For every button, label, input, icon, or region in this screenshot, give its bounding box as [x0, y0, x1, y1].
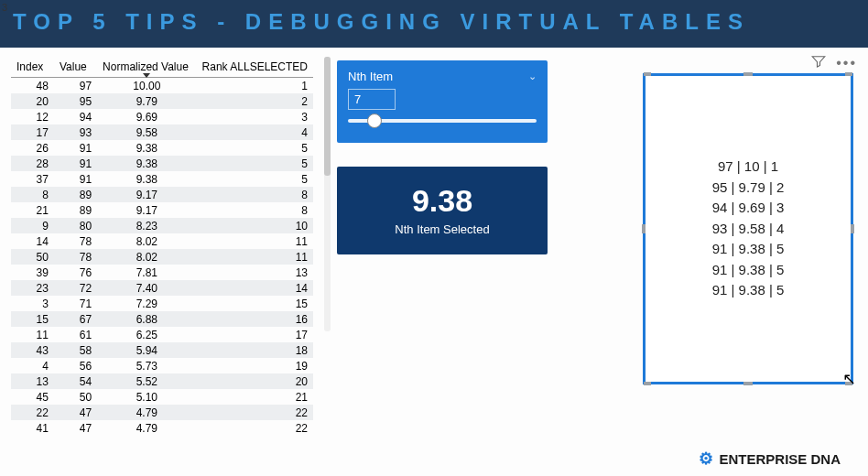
table-cell: 8 — [11, 187, 54, 202]
table-cell: 91 — [54, 156, 97, 171]
table-cell: 97 — [54, 78, 97, 94]
nth-item-card[interactable]: 9.38 Nth Item Selected — [337, 167, 548, 254]
table-row[interactable]: 50788.0211 — [11, 249, 313, 265]
table-row[interactable]: 26919.385 — [11, 140, 313, 156]
table-row[interactable]: 43585.9418 — [11, 342, 313, 358]
concat-line: 91 | 9.38 | 5 — [712, 239, 785, 260]
table-cell: 9.69 — [97, 109, 197, 124]
logo-text-1: ENTERPRISE — [719, 451, 807, 467]
dna-icon: ⚙ — [699, 449, 713, 469]
concat-line: 91 | 9.38 | 5 — [712, 280, 785, 301]
table-cell: 3 — [11, 296, 54, 311]
col-header[interactable]: Index — [11, 57, 54, 78]
table-row[interactable]: 22474.7922 — [11, 405, 313, 420]
table-row[interactable]: 39767.8113 — [11, 265, 313, 280]
table-cell: 14 — [11, 233, 54, 249]
concat-line: 95 | 9.79 | 2 — [712, 178, 785, 199]
table-cell: 8.02 — [97, 249, 197, 265]
table-cell: 7.40 — [97, 280, 197, 296]
table-cell: 20 — [197, 373, 313, 389]
table-cell: 9.58 — [97, 124, 197, 140]
table-row[interactable]: 15676.8816 — [11, 311, 313, 327]
table-row[interactable]: 4565.7319 — [11, 358, 313, 373]
table-cell: 10 — [197, 218, 313, 233]
table-cell: 56 — [54, 358, 97, 373]
table-cell: 28 — [11, 156, 54, 171]
table-row[interactable]: 21899.178 — [11, 202, 313, 218]
table-cell: 9.17 — [97, 187, 197, 202]
concat-line: 97 | 10 | 1 — [712, 157, 785, 178]
table-cell: 9 — [11, 218, 54, 233]
scrollbar-thumb[interactable] — [324, 57, 331, 176]
nth-item-slicer[interactable]: Nth Item ⌄ — [337, 60, 548, 143]
table-cell: 22 — [11, 405, 54, 420]
table-cell: 91 — [54, 140, 97, 156]
table-cell: 7.81 — [97, 265, 197, 280]
concat-line: 91 | 9.38 | 5 — [712, 260, 785, 281]
table-cell: 45 — [11, 389, 54, 405]
table-row[interactable]: 8899.178 — [11, 187, 313, 202]
concat-line: 94 | 9.69 | 3 — [712, 198, 785, 219]
concat-visual[interactable]: 97 | 10 | 195 | 9.79 | 294 | 9.69 | 393 … — [643, 73, 853, 384]
table-row[interactable]: 489710.001 — [11, 78, 313, 94]
slicer-value-input[interactable] — [348, 89, 396, 110]
table-row[interactable]: 41474.7922 — [11, 420, 313, 436]
slider-thumb[interactable] — [367, 114, 382, 128]
table-cell: 78 — [54, 233, 97, 249]
card-value: 9.38 — [346, 183, 538, 219]
table-cell: 61 — [54, 327, 97, 342]
table-row[interactable]: 45505.1021 — [11, 389, 313, 405]
resize-handle-left[interactable] — [642, 224, 646, 233]
table-row[interactable]: 17939.584 — [11, 124, 313, 140]
resize-handle-tl[interactable] — [644, 72, 651, 76]
table-scrollbar[interactable] — [324, 57, 331, 331]
table-cell: 12 — [11, 109, 54, 124]
table-cell: 5.10 — [97, 389, 197, 405]
table-row[interactable]: 9808.2310 — [11, 218, 313, 233]
table-row[interactable]: 11616.2517 — [11, 327, 313, 342]
col-header[interactable]: Normalized Value — [97, 57, 197, 78]
resize-handle-tr[interactable] — [845, 72, 852, 76]
table-row[interactable]: 28919.385 — [11, 156, 313, 171]
table-row[interactable]: 13545.5220 — [11, 373, 313, 389]
table-row[interactable]: 3717.2915 — [11, 296, 313, 311]
table-row[interactable]: 20959.792 — [11, 93, 313, 109]
resize-handle-right[interactable] — [851, 224, 854, 233]
resize-handle-bl[interactable] — [644, 382, 651, 385]
table-row[interactable]: 23727.4014 — [11, 280, 313, 296]
table-cell: 22 — [197, 405, 313, 420]
col-header[interactable]: Rank ALLSELECTED — [197, 57, 313, 78]
table-cell: 5.52 — [97, 373, 197, 389]
col-header[interactable]: Value — [54, 57, 97, 78]
chevron-down-icon[interactable]: ⌄ — [528, 70, 537, 82]
table-row[interactable]: 14788.0211 — [11, 233, 313, 249]
table-cell: 80 — [54, 218, 97, 233]
table-cell: 76 — [54, 265, 97, 280]
table-cell: 3 — [197, 109, 313, 124]
table-cell: 78 — [54, 249, 97, 265]
table-cell: 93 — [54, 124, 97, 140]
table-cell: 50 — [11, 249, 54, 265]
table-cell: 1 — [197, 78, 313, 94]
resize-handle-top[interactable] — [743, 72, 753, 76]
concat-text: 97 | 10 | 195 | 9.79 | 294 | 9.69 | 393 … — [712, 157, 785, 301]
table-cell: 89 — [54, 187, 97, 202]
resize-handle-bottom[interactable] — [743, 382, 753, 385]
table-cell: 47 — [54, 405, 97, 420]
table-cell: 22 — [197, 420, 313, 436]
table-cell: 26 — [11, 140, 54, 156]
table-cell: 17 — [11, 124, 54, 140]
table-cell: 89 — [54, 202, 97, 218]
table-cell: 43 — [11, 342, 54, 358]
cursor-icon: ↖ — [842, 369, 856, 389]
table-cell: 5.73 — [97, 358, 197, 373]
table-cell: 94 — [54, 109, 97, 124]
data-table[interactable]: IndexValueNormalized ValueRank ALLSELECT… — [11, 57, 313, 476]
table-row[interactable]: 12949.693 — [11, 109, 313, 124]
table-cell: 14 — [197, 280, 313, 296]
table-cell: 15 — [11, 311, 54, 327]
slicer-slider[interactable] — [348, 119, 537, 123]
table-cell: 58 — [54, 342, 97, 358]
table-row[interactable]: 37919.385 — [11, 171, 313, 187]
table-cell: 15 — [197, 296, 313, 311]
